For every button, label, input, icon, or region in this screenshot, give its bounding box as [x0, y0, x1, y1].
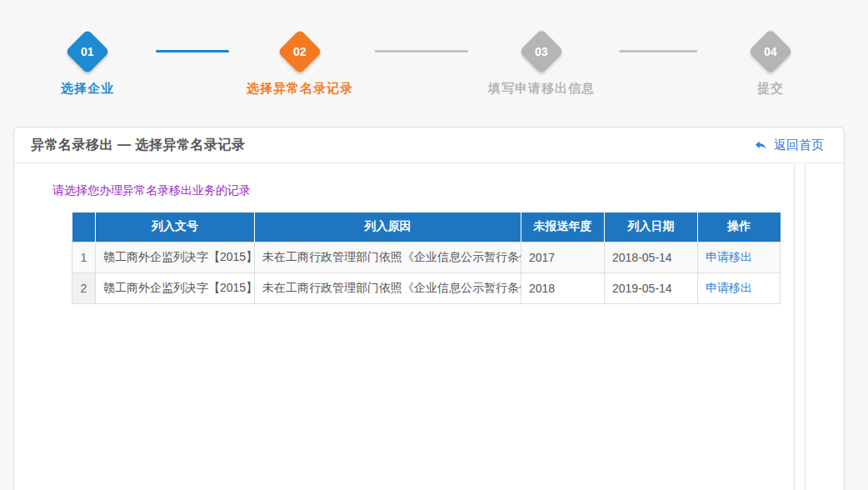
step-3-diamond: 03	[519, 29, 564, 74]
panel: 异常名录移出 — 选择异常名录记录 返回首页 请选择您办理异常名录移出业务的记录…	[13, 127, 845, 490]
step-3-fill-info: 03 填写申请移出信息	[450, 36, 633, 97]
cell-reason: 未在工商行政管理部门依照《企业信息公示暂行条例	[255, 242, 521, 272]
step-number: 02	[293, 45, 307, 58]
page-title: 异常名录移出 — 选择异常名录记录	[31, 137, 245, 154]
cell-action: 申请移出	[698, 242, 781, 272]
cell-action: 申请移出	[698, 272, 781, 303]
step-wizard: 01 选择企业 02 选择异常名录记录 03 填写申请移出信息 04 提交	[0, 0, 868, 117]
col-header-index	[72, 212, 96, 242]
step-number: 03	[535, 45, 548, 58]
step-2-diamond: 02	[277, 29, 322, 74]
back-home-label: 返回首页	[774, 138, 824, 153]
step-1-select-company: 01 选择企业	[12, 36, 162, 97]
step-label: 选择异常名录记录	[208, 81, 392, 97]
cell-index: 1	[72, 242, 96, 272]
step-1-diamond: 01	[65, 29, 110, 74]
cell-year: 2018	[521, 272, 605, 303]
table-row: 2 赣工商外企监列决字【2015】 未在工商行政管理部门依照《企业信息公示暂行条…	[72, 272, 781, 303]
cell-year: 2017	[521, 242, 605, 272]
step-label: 选择企业	[12, 81, 162, 97]
records-table: 列入文号 列入原因 未报送年度 列入日期 操作 1 赣工商外企监列决字【2015…	[72, 212, 781, 304]
col-header-date: 列入日期	[605, 212, 698, 242]
apply-removal-link[interactable]: 申请移出	[706, 281, 752, 294]
step-4-diamond: 04	[748, 29, 793, 74]
step-label: 提交	[679, 81, 862, 97]
cell-date: 2019-05-14	[605, 272, 698, 303]
step-number: 01	[81, 45, 94, 58]
prompt-text: 请选择您办理异常名录移出业务的记录	[52, 183, 844, 198]
cell-reason: 未在工商行政管理部门依照《企业信息公示暂行条例	[255, 272, 521, 303]
step-4-submit: 04 提交	[679, 36, 862, 97]
col-header-year: 未报送年度	[521, 212, 605, 242]
return-arrow-icon	[754, 138, 768, 152]
cell-doc-no: 赣工商外企监列决字【2015】	[96, 242, 255, 272]
col-header-action: 操作	[698, 212, 781, 242]
cell-index: 2	[72, 272, 96, 303]
table-header-row: 列入文号 列入原因 未报送年度 列入日期 操作	[72, 212, 781, 242]
col-header-doc-no: 列入文号	[96, 212, 255, 242]
apply-removal-link[interactable]: 申请移出	[706, 250, 752, 263]
step-number: 04	[764, 45, 777, 58]
cell-date: 2018-05-14	[605, 242, 698, 272]
scrollbar[interactable]	[794, 164, 806, 490]
panel-header: 异常名录移出 — 选择异常名录记录 返回首页	[14, 128, 844, 163]
step-2-select-record: 02 选择异常名录记录	[208, 36, 392, 97]
cell-doc-no: 赣工商外企监列决字【2015】	[96, 272, 255, 303]
col-header-reason: 列入原因	[255, 212, 521, 242]
step-label: 填写申请移出信息	[450, 81, 633, 97]
back-home-link[interactable]: 返回首页	[754, 138, 824, 153]
table-row: 1 赣工商外企监列决字【2015】 未在工商行政管理部门依照《企业信息公示暂行条…	[72, 242, 781, 272]
